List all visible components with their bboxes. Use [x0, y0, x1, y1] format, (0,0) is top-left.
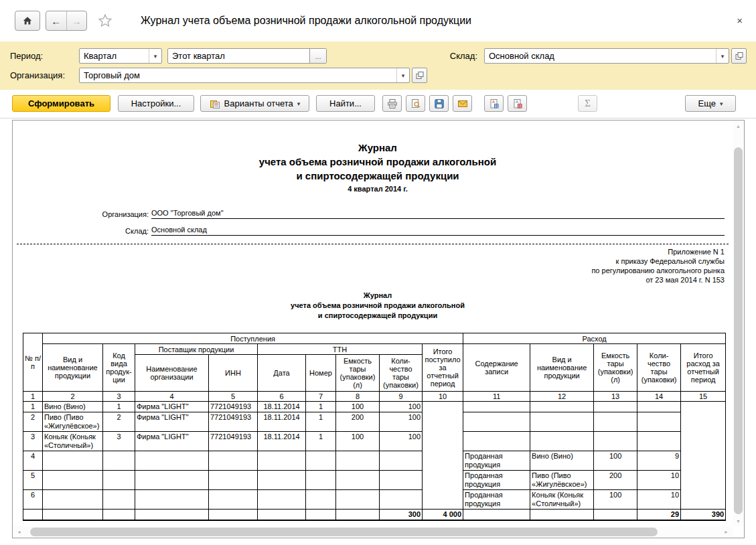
table-row: 4 Проданная продукция Вино (Вино) 100 9	[23, 451, 726, 471]
col-group-ttn: ТТН	[258, 344, 423, 355]
period-value-input[interactable]	[168, 50, 309, 62]
svg-text:A: A	[492, 100, 495, 104]
cell-product	[43, 490, 103, 510]
settings-button[interactable]: Настройки...	[118, 95, 194, 112]
arrow-right-icon: →	[72, 15, 82, 27]
print-button[interactable]	[382, 95, 402, 112]
cell-code: 2	[103, 412, 135, 432]
cell-ttn-number	[306, 451, 336, 471]
cell-date: 18.11.2014	[258, 402, 306, 412]
cell-product	[43, 471, 103, 490]
col-header-inn: ИНН	[209, 355, 258, 392]
warehouse-field[interactable]: ▾	[484, 48, 729, 64]
cell-empty	[258, 510, 306, 521]
spreadsheet-export-button[interactable]: A	[484, 95, 504, 112]
cell-record-content: Проданная продукция	[463, 490, 530, 510]
send-email-button[interactable]	[453, 95, 472, 112]
chevron-down-icon[interactable]: ▾	[716, 49, 729, 63]
cell-ttn-number: 1	[306, 412, 336, 432]
horizontal-scroll-thumb[interactable]	[30, 528, 658, 536]
autosum-button[interactable]: Σ	[578, 95, 597, 112]
cell-expense-qty	[637, 402, 681, 412]
col-header-num: № п/п	[23, 333, 43, 392]
col-header-product: Вид и наименование продукции	[43, 344, 103, 392]
more-button[interactable]: Еще ▾	[685, 95, 736, 112]
cell-empty	[135, 510, 209, 521]
table-row: 5 Проданная продукция Пиво (Пиво «Жигулё…	[23, 471, 726, 490]
favorites-star-icon[interactable]	[98, 13, 112, 28]
cell-expense-qty	[637, 432, 681, 451]
cell-record-content	[463, 432, 530, 451]
appendix-note: Приложение N 1 к приказу Федеральной слу…	[23, 247, 725, 285]
cell-supplier: Фирма "LIGHT"	[135, 432, 209, 451]
report-document: Журнал учета объема розничной продажи ал…	[13, 121, 733, 526]
save-button[interactable]	[429, 95, 449, 112]
col-header-date: Дата	[258, 355, 306, 392]
vertical-scrollbar[interactable]: ▲ ▼	[733, 121, 744, 526]
warehouse-open-button[interactable]	[731, 48, 747, 64]
organization-open-button[interactable]	[412, 68, 427, 83]
organization-field[interactable]: ▾	[79, 68, 410, 83]
warehouse-input[interactable]	[485, 50, 716, 62]
cell-supplier: Фирма "LIGHT"	[135, 412, 209, 432]
generate-button[interactable]: Сформировать	[12, 95, 110, 112]
back-button[interactable]: ←	[46, 11, 66, 30]
organization-input[interactable]	[80, 69, 396, 82]
total-received: 4 000	[423, 510, 463, 521]
totals-row: 300 4 000 29 390	[23, 510, 726, 521]
cell-empty	[306, 510, 336, 521]
col-header-expense-product: Вид и наименование продукции	[530, 344, 594, 392]
forward-button[interactable]: →	[66, 11, 87, 30]
scroll-right-icon[interactable]: ►	[724, 530, 729, 534]
page-title: Журнал учета объема розничной продажи ал…	[141, 15, 471, 27]
report-warehouse-row: Склад: Основной склад	[23, 225, 733, 236]
chevron-down-icon[interactable]: ▾	[396, 68, 409, 82]
spreadsheet-import-button[interactable]: A	[508, 95, 527, 112]
report-title: Журнал учета объема розничной продажи ал…	[23, 141, 733, 183]
report-organization-value: ООО "Торговый дом"	[151, 208, 725, 219]
period-value-field[interactable]: ...	[167, 48, 327, 64]
svg-text:A: A	[516, 100, 518, 104]
cell-capacity	[336, 490, 380, 510]
col-number: 14	[637, 392, 681, 402]
cell-empty	[43, 510, 103, 521]
report-variants-button[interactable]: Варианты отчета ▾	[200, 95, 309, 112]
horizontal-scrollbar[interactable]: ◄ ►	[13, 526, 733, 538]
chevron-down-icon[interactable]: ▾	[149, 49, 161, 63]
print-preview-button[interactable]	[406, 95, 425, 112]
cell-qty: 100	[380, 412, 423, 432]
scroll-up-icon[interactable]: ▲	[736, 124, 741, 129]
vertical-scroll-thumb[interactable]	[734, 147, 743, 514]
cell-record-content: Проданная продукция	[463, 471, 530, 490]
cell-expense-qty: 10	[637, 490, 681, 510]
close-icon[interactable]: ×	[737, 16, 743, 25]
scroll-left-icon[interactable]: ◄	[17, 530, 21, 534]
cell-ttn-number	[306, 471, 336, 490]
report-organization-label: Организация:	[23, 210, 151, 219]
report-viewport: Журнал учета объема розничной продажи ал…	[12, 120, 745, 538]
filter-group-warehouse: Склад: ▾	[450, 48, 747, 64]
cell-expense-capacity: 100	[594, 490, 637, 510]
scroll-down-icon[interactable]: ▼	[736, 519, 741, 524]
col-number: 8	[336, 392, 380, 402]
spreadsheet-import-icon: A	[512, 98, 523, 109]
col-number: 6	[258, 392, 306, 402]
col-number: 15	[681, 392, 726, 402]
cell-expense-qty: 9	[637, 451, 681, 471]
find-button[interactable]: Найти...	[316, 95, 375, 112]
filter-row-period: Период: Квартал ▾ ... Склад: ▾	[10, 48, 747, 64]
cell-record-content	[463, 412, 530, 432]
arrow-left-icon: ←	[51, 15, 61, 27]
period-type-select[interactable]: Квартал ▾	[79, 48, 162, 64]
cell-product: Коньяк (Коньяк «Столичный»)	[43, 432, 103, 451]
ellipsis-icon: ...	[315, 52, 321, 60]
period-pick-button[interactable]: ...	[309, 49, 326, 63]
home-button[interactable]	[15, 11, 40, 31]
window-header: ← → Журнал учета объема розничной продаж…	[0, 0, 756, 42]
cell-expense-product	[530, 432, 594, 451]
preview-icon	[410, 98, 421, 109]
cell-row-num: 3	[23, 432, 43, 451]
cell-qty: 100	[380, 432, 423, 451]
cell-supplier: Фирма "LIGHT"	[135, 402, 209, 412]
col-group-receipts: Поступления	[43, 333, 463, 344]
